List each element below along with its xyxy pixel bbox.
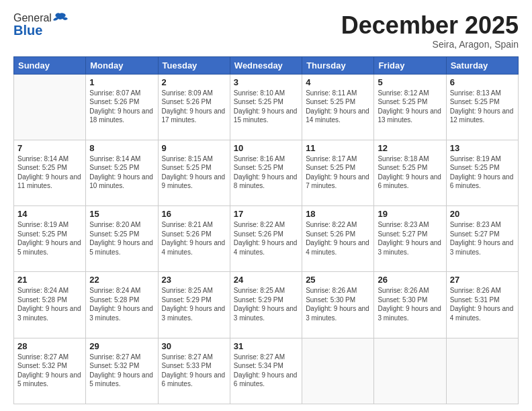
sunrise-text: Sunrise: 8:10 AM [234,89,298,98]
sunrise-text: Sunrise: 8:22 AM [306,220,370,230]
calendar-cell: 16Sunrise: 8:21 AMSunset: 5:26 PMDayligh… [158,206,230,272]
daylight-text: Daylight: 9 hours and 6 minutes. [450,173,515,191]
weekday-header-monday: Monday [86,56,158,74]
calendar-cell: 1Sunrise: 8:07 AMSunset: 5:26 PMDaylight… [86,74,158,140]
day-number: 13 [450,143,515,153]
weekday-header-row: SundayMondayTuesdayWednesdayThursdayFrid… [14,56,519,74]
day-number: 31 [234,341,298,351]
sunrise-text: Sunrise: 8:14 AM [17,154,82,164]
sunrise-text: Sunrise: 8:17 AM [306,154,370,164]
calendar-cell [302,338,374,404]
sunrise-text: Sunrise: 8:24 AM [89,286,154,295]
calendar-cell [14,74,86,140]
day-number: 10 [234,143,298,153]
weekday-header-wednesday: Wednesday [230,56,302,74]
daylight-text: Daylight: 9 hours and 10 minutes. [89,173,154,191]
weekday-header-tuesday: Tuesday [158,56,230,74]
day-number: 3 [234,77,298,87]
day-info: Sunrise: 8:22 AMSunset: 5:26 PMDaylight:… [306,220,370,257]
sunrise-text: Sunrise: 8:27 AM [234,353,298,362]
sunrise-text: Sunrise: 8:24 AM [17,286,82,295]
calendar-week-row: 14Sunrise: 8:19 AMSunset: 5:25 PMDayligh… [14,206,519,272]
sunrise-text: Sunrise: 8:27 AM [89,353,154,362]
day-number: 5 [378,77,442,87]
day-number: 30 [162,341,226,351]
sunrise-text: Sunrise: 8:23 AM [378,220,442,230]
sunrise-text: Sunrise: 8:26 AM [450,286,515,295]
day-number: 8 [89,143,154,153]
day-number: 12 [378,143,442,153]
sunset-text: Sunset: 5:25 PM [17,163,82,173]
weekday-header-friday: Friday [374,56,446,74]
calendar-week-row: 1Sunrise: 8:07 AMSunset: 5:26 PMDaylight… [14,74,519,140]
sunrise-text: Sunrise: 8:19 AM [450,154,515,164]
sunset-text: Sunset: 5:25 PM [306,97,370,107]
day-info: Sunrise: 8:23 AMSunset: 5:27 PMDaylight:… [378,220,442,257]
sunset-text: Sunset: 5:33 PM [162,361,226,371]
day-number: 18 [306,209,370,219]
calendar-cell: 21Sunrise: 8:24 AMSunset: 5:28 PMDayligh… [14,272,86,338]
day-info: Sunrise: 8:24 AMSunset: 5:28 PMDaylight:… [17,286,82,322]
sunset-text: Sunset: 5:29 PM [234,295,298,305]
calendar-cell: 6Sunrise: 8:13 AMSunset: 5:25 PMDaylight… [446,74,518,140]
day-info: Sunrise: 8:14 AMSunset: 5:25 PMDaylight:… [89,154,154,191]
daylight-text: Daylight: 9 hours and 6 minutes. [378,173,442,191]
daylight-text: Daylight: 9 hours and 12 minutes. [450,107,515,125]
daylight-text: Daylight: 9 hours and 3 minutes. [234,304,298,322]
daylight-text: Daylight: 9 hours and 3 minutes. [450,238,515,257]
daylight-text: Daylight: 9 hours and 3 minutes. [162,304,226,322]
day-number: 17 [234,209,298,219]
day-info: Sunrise: 8:22 AMSunset: 5:26 PMDaylight:… [234,220,298,257]
logo-blue-text: Blue [13,23,42,38]
daylight-text: Daylight: 9 hours and 5 minutes. [89,238,154,257]
daylight-text: Daylight: 9 hours and 5 minutes. [17,238,82,257]
sunrise-text: Sunrise: 8:27 AM [17,353,82,362]
sunset-text: Sunset: 5:25 PM [89,230,154,239]
calendar-table: SundayMondayTuesdayWednesdayThursdayFrid… [13,56,519,404]
daylight-text: Daylight: 9 hours and 4 minutes. [234,238,298,257]
day-info: Sunrise: 8:14 AMSunset: 5:25 PMDaylight:… [17,154,82,191]
sunset-text: Sunset: 5:28 PM [89,295,154,305]
calendar-week-row: 21Sunrise: 8:24 AMSunset: 5:28 PMDayligh… [14,272,519,338]
day-info: Sunrise: 8:26 AMSunset: 5:30 PMDaylight:… [378,286,442,322]
calendar-cell: 22Sunrise: 8:24 AMSunset: 5:28 PMDayligh… [86,272,158,338]
daylight-text: Daylight: 9 hours and 8 minutes. [234,173,298,191]
sunrise-text: Sunrise: 8:16 AM [234,154,298,164]
weekday-header-thursday: Thursday [302,56,374,74]
calendar-week-row: 28Sunrise: 8:27 AMSunset: 5:32 PMDayligh… [14,338,519,404]
daylight-text: Daylight: 9 hours and 5 minutes. [17,371,82,389]
sunset-text: Sunset: 5:25 PM [17,230,82,239]
calendar-cell: 18Sunrise: 8:22 AMSunset: 5:26 PMDayligh… [302,206,374,272]
daylight-text: Daylight: 9 hours and 5 minutes. [89,371,154,389]
day-info: Sunrise: 8:11 AMSunset: 5:25 PMDaylight:… [306,89,370,125]
day-number: 20 [450,209,515,219]
calendar-cell [374,338,446,404]
sunrise-text: Sunrise: 8:26 AM [306,286,370,295]
sunrise-text: Sunrise: 8:19 AM [17,220,82,230]
sunset-text: Sunset: 5:25 PM [450,97,515,107]
daylight-text: Daylight: 9 hours and 11 minutes. [17,173,82,191]
sunrise-text: Sunrise: 8:07 AM [89,89,154,98]
day-info: Sunrise: 8:19 AMSunset: 5:25 PMDaylight:… [17,220,82,257]
day-number: 22 [89,275,154,285]
day-info: Sunrise: 8:21 AMSunset: 5:26 PMDaylight:… [162,220,226,257]
daylight-text: Daylight: 9 hours and 3 minutes. [306,304,370,322]
sunset-text: Sunset: 5:26 PM [89,97,154,107]
sunset-text: Sunset: 5:25 PM [450,163,515,173]
day-number: 6 [450,77,515,87]
sunrise-text: Sunrise: 8:23 AM [450,220,515,230]
calendar-cell: 24Sunrise: 8:25 AMSunset: 5:29 PMDayligh… [230,272,302,338]
sunset-text: Sunset: 5:25 PM [89,163,154,173]
sunset-text: Sunset: 5:25 PM [234,163,298,173]
sunset-text: Sunset: 5:26 PM [162,97,226,107]
day-number: 16 [162,209,226,219]
calendar-cell: 8Sunrise: 8:14 AMSunset: 5:25 PMDaylight… [86,140,158,205]
day-info: Sunrise: 8:20 AMSunset: 5:25 PMDaylight:… [89,220,154,257]
daylight-text: Daylight: 9 hours and 7 minutes. [306,173,370,191]
day-number: 4 [306,77,370,87]
sunset-text: Sunset: 5:26 PM [162,230,226,239]
logo-bird-icon [53,12,68,24]
daylight-text: Daylight: 9 hours and 3 minutes. [17,304,82,322]
day-number: 1 [89,77,154,87]
calendar-cell: 10Sunrise: 8:16 AMSunset: 5:25 PMDayligh… [230,140,302,205]
